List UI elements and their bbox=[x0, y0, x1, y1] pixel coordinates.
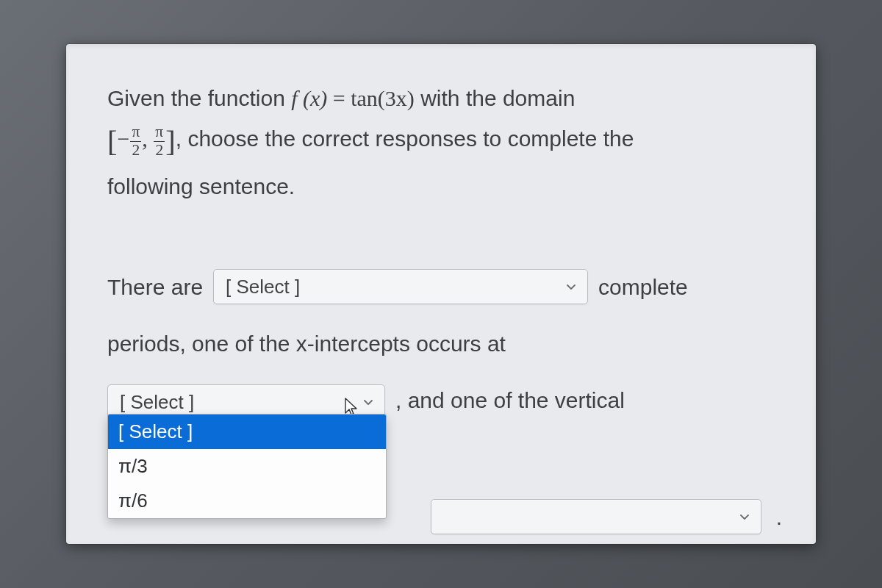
select-3-asymptote[interactable] bbox=[431, 499, 761, 534]
sentence-text-2: complete bbox=[598, 264, 688, 310]
dropdown-option-pi-3[interactable]: π/3 bbox=[108, 449, 386, 484]
answer-sentence: There are [ Select ] complete periods, o… bbox=[107, 264, 775, 540]
dropdown-option-pi-6[interactable]: π/6 bbox=[108, 484, 386, 518]
sentence-text-4: , and one of the vertical bbox=[395, 377, 625, 423]
chevron-down-icon bbox=[362, 396, 374, 408]
select-2-value: [ Select ] bbox=[120, 391, 194, 413]
sentence-text-1: There are bbox=[107, 264, 203, 310]
question-panel: Given the function f (x) = tan(3x) with … bbox=[66, 44, 816, 544]
select-2-dropdown: [ Select ] π/3 π/6 bbox=[107, 414, 387, 519]
math-fx: f (x) = tan(3x) bbox=[291, 86, 415, 110]
select-1-value: [ Select ] bbox=[226, 276, 300, 298]
prompt-text-1: Given the function bbox=[107, 86, 291, 110]
prompt-text-4: following sentence. bbox=[107, 174, 295, 198]
prompt-text-2: with the domain bbox=[415, 86, 575, 110]
chevron-down-icon bbox=[565, 281, 577, 293]
dropdown-option-header[interactable]: [ Select ] bbox=[108, 415, 386, 449]
prompt-text-3: , choose the correct responses to comple… bbox=[176, 126, 634, 151]
select-3-value bbox=[443, 506, 448, 528]
chevron-down-icon bbox=[739, 511, 750, 523]
select-1-periods[interactable]: [ Select ] bbox=[213, 269, 588, 304]
sentence-text-3: periods, one of the x-intercepts occurs … bbox=[107, 320, 506, 367]
sentence-final-period: . bbox=[776, 494, 782, 540]
question-prompt: Given the function f (x) = tan(3x) with … bbox=[107, 79, 775, 205]
math-interval: [−π2, π2] bbox=[107, 126, 176, 151]
